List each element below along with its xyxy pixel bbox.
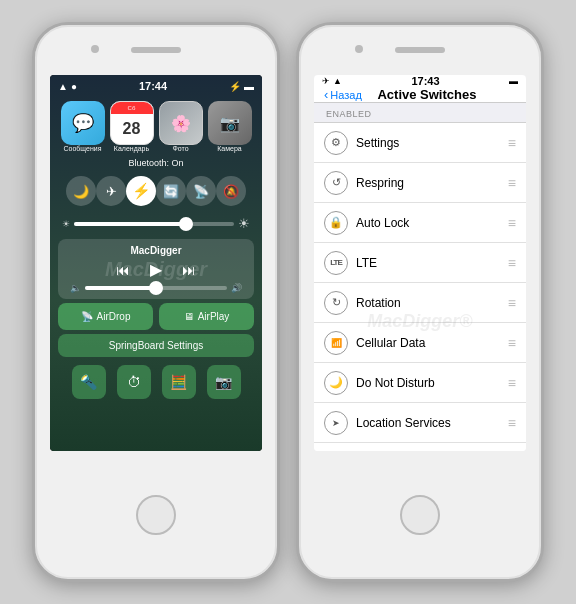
photos-label: Фото (172, 145, 188, 152)
airdrop-icon: 📡 (81, 311, 93, 322)
volume-track[interactable] (85, 286, 227, 290)
calendar-label: Календарь (114, 145, 149, 152)
airdrop-toggle[interactable]: 📡 (186, 176, 216, 206)
springboard-button[interactable]: SpringBoard Settings (58, 334, 254, 357)
rewind-button[interactable]: ⏮ (116, 262, 130, 278)
flashlight-button[interactable]: 🔦 (72, 365, 106, 399)
nav-title: Active Switches (368, 87, 486, 102)
brightness-thumb[interactable] (179, 217, 193, 231)
brightness-fill (74, 222, 186, 226)
settings-status-bar: ✈ ▲ 17:43 ▬ (314, 75, 526, 87)
right-home-button[interactable] (400, 495, 440, 535)
respring-item-icon: ↺ (324, 171, 348, 195)
airdrop-button[interactable]: 📡 AirDrop (58, 303, 153, 330)
back-label: Назад (330, 89, 362, 101)
app-camera[interactable]: 📷 Камера (208, 101, 252, 152)
lte-item-label: LTE (356, 256, 500, 270)
rotation-item-icon: ↻ (324, 291, 348, 315)
app-messages[interactable]: 💬 Сообщения (61, 101, 105, 152)
camera-icon: 📷 (208, 101, 252, 145)
airplay-button[interactable]: 🖥 AirPlay (159, 303, 254, 330)
cal-day: 28 (111, 114, 153, 144)
volume-slider-row: 🔈 🔊 (66, 283, 246, 293)
settings-item-icon: ⚙ (324, 131, 348, 155)
volume-thumb[interactable] (149, 281, 163, 295)
drag-handle-icon: ≡ (508, 135, 516, 151)
play-button[interactable]: ▶ (150, 260, 162, 279)
messages-label: Сообщения (64, 145, 102, 152)
list-item[interactable]: ✱ Bluetooth ≡ (314, 443, 526, 451)
cellular-item-label: Cellular Data (356, 336, 500, 350)
front-camera (91, 45, 99, 53)
left-screen: ▲ ● 17:44 ⚡ ▬ 💬 Сообщения (50, 75, 262, 451)
home-button[interactable] (136, 495, 176, 535)
list-item[interactable]: 📶 Cellular Data ≡ (314, 323, 526, 363)
list-item[interactable]: ⚙ Settings ≡ (314, 123, 526, 163)
list-item[interactable]: 🔒 Auto Lock ≡ (314, 203, 526, 243)
rotation-toggle[interactable]: 🔄 (156, 176, 186, 206)
speaker-grille (131, 47, 181, 53)
music-title: MacDigger (66, 245, 246, 256)
toggle-row: 🌙 ✈ ⚡ 🔄 📡 🔕 (50, 170, 262, 212)
drag-handle-icon: ≡ (508, 375, 516, 391)
battery-icon: ▬ (244, 81, 254, 92)
fastforward-button[interactable]: ⏭ (182, 262, 196, 278)
app-icons-row: 💬 Сообщения Сб 28 Календарь 🌸 Фото (50, 97, 262, 156)
app-calendar[interactable]: Сб 28 Календарь (110, 101, 154, 152)
right-iphone: ✈ ▲ 17:43 ▬ ‹ Назад Active Switches ENAB… (296, 22, 544, 582)
volume-low-icon: 🔈 (70, 283, 81, 293)
springboard-label: SpringBoard Settings (109, 340, 204, 351)
music-section: MacDigger MacDigger ⏮ ▶ ⏭ 🔈 🔊 (58, 239, 254, 299)
photos-icon: 🌸 (159, 101, 203, 145)
settings-item-label: Settings (356, 136, 500, 150)
back-button[interactable]: ‹ Назад (324, 87, 362, 102)
drag-handle-icon: ≡ (508, 295, 516, 311)
settings-status-left: ✈ ▲ (322, 76, 342, 86)
list-item[interactable]: ➤ Location Services ≡ (314, 403, 526, 443)
right-speaker-grille (395, 47, 445, 53)
bluetooth-toggle[interactable]: ⚡ (126, 176, 156, 206)
settings-status-time: 17:43 (411, 75, 439, 87)
camera-tool-button[interactable]: 📷 (207, 365, 241, 399)
status-right: ⚡ ▬ (229, 81, 254, 92)
mute-toggle[interactable]: 🔕 (216, 176, 246, 206)
music-controls: ⏮ ▶ ⏭ (66, 260, 246, 279)
iphone-top (35, 25, 277, 75)
settings-wifi-icon: ▲ (333, 76, 342, 86)
list-item[interactable]: 🌙 Do Not Disturb ≡ (314, 363, 526, 403)
drag-handle-icon: ≡ (508, 215, 516, 231)
status-time: 17:44 (139, 80, 167, 92)
list-item[interactable]: ↻ Rotation ≡ (314, 283, 526, 323)
list-item[interactable]: ↺ Respring ≡ (314, 163, 526, 203)
dnd-item-icon: 🌙 (324, 371, 348, 395)
volume-fill (85, 286, 156, 290)
bluetooth-banner: Bluetooth: On (50, 156, 262, 170)
wifi-icon: ▲ (58, 81, 68, 92)
list-item[interactable]: LTE LTE ≡ (314, 243, 526, 283)
iphone-bottom (136, 451, 176, 579)
settings-screen: ✈ ▲ 17:43 ▬ ‹ Назад Active Switches ENAB… (314, 75, 526, 451)
dnd-item-label: Do Not Disturb (356, 376, 500, 390)
tools-row: 🔦 ⏱ 🧮 📷 (50, 359, 262, 405)
bluetooth-status-icon: ⚡ (229, 81, 241, 92)
chevron-left-icon: ‹ (324, 87, 328, 102)
autolock-item-icon: 🔒 (324, 211, 348, 235)
airplane-toggle[interactable]: ✈ (96, 176, 126, 206)
brightness-track[interactable] (74, 222, 234, 226)
moon-toggle[interactable]: 🌙 (66, 176, 96, 206)
location-item-icon: ➤ (324, 411, 348, 435)
control-center: ▲ ● 17:44 ⚡ ▬ 💬 Сообщения (50, 75, 262, 451)
cellular-item-icon: 📶 (324, 331, 348, 355)
status-left: ▲ ● (58, 81, 77, 92)
timer-button[interactable]: ⏱ (117, 365, 151, 399)
settings-airplane-icon: ✈ (322, 76, 330, 86)
brightness-low-icon: ☀ (62, 219, 70, 229)
camera-glyph: 📷 (220, 114, 240, 133)
photos-glyph: 🌸 (171, 114, 191, 133)
airplay-label: AirPlay (198, 311, 230, 322)
rotation-item-label: Rotation (356, 296, 500, 310)
volume-high-icon: 🔊 (231, 283, 242, 293)
calculator-button[interactable]: 🧮 (162, 365, 196, 399)
app-photos[interactable]: 🌸 Фото (159, 101, 203, 152)
lte-item-icon: LTE (324, 251, 348, 275)
